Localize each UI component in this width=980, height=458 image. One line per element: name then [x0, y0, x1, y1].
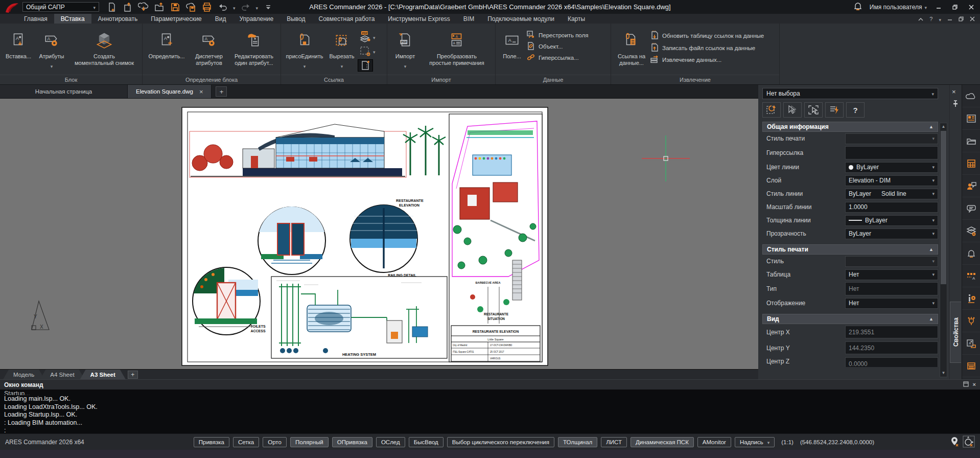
tab-manage[interactable]: Управление [233, 14, 281, 24]
undo-button[interactable] [217, 2, 228, 13]
snapshot-button[interactable]: Создать моментальный снимок [68, 26, 140, 75]
toggle-lineweight[interactable]: ТОлщинал [558, 437, 597, 447]
line-weight-select[interactable]: ByLayer [845, 215, 938, 226]
open-drawings-button[interactable] [962, 130, 980, 152]
new-file-button[interactable] [106, 2, 118, 13]
tab-express-tools[interactable]: Инструменты Express [381, 14, 457, 24]
attributes-button[interactable]: A Атрибуты [35, 26, 68, 75]
toggle-etrack[interactable]: ОСлед [376, 437, 405, 447]
add-sheet-button[interactable]: + [128, 371, 138, 379]
plugins-button[interactable] [962, 310, 980, 332]
tab-annotate[interactable]: Аннотировать [91, 14, 145, 24]
help-button[interactable]: ? [846, 102, 865, 118]
cloud-download-button[interactable] [138, 2, 149, 13]
tab-maps[interactable]: Карты [561, 14, 592, 24]
annotation-scale-select[interactable]: Надпись [735, 437, 775, 447]
clip-reference-button[interactable]: Вырезать [326, 26, 358, 75]
transparency-select[interactable]: ByLayer [845, 228, 938, 239]
news-feed-button[interactable] [962, 107, 980, 130]
undo-dropdown[interactable] [233, 3, 236, 12]
close-tab-icon[interactable]: × [199, 88, 203, 96]
help-button[interactable]: ? [929, 16, 932, 22]
comments-button[interactable] [962, 197, 980, 220]
table-select[interactable]: Нет [845, 269, 938, 280]
float-panel-icon[interactable] [963, 381, 969, 388]
geolocation-icon[interactable] [949, 436, 960, 448]
hyperlink-field[interactable] [845, 146, 938, 159]
tab-model[interactable]: Модель [3, 370, 44, 379]
doc-restore-button[interactable] [959, 14, 964, 24]
toggle-dynamic-ucs[interactable]: Динамическая ПСК [631, 437, 694, 447]
import-button[interactable]: PDF Импорт [389, 26, 421, 75]
style-select[interactable] [845, 256, 938, 267]
user-menu[interactable]: Имя пользователя [870, 4, 927, 11]
doc-minimize-button[interactable] [947, 14, 952, 24]
pdf-layers-button[interactable]: PDF [358, 31, 376, 43]
new-document-button[interactable]: + [216, 86, 227, 97]
edit-single-attribute-button[interactable]: Редактировать один атрибут... [229, 26, 278, 75]
toggle-ortho[interactable]: Орто [263, 437, 287, 447]
collapse-ribbon-button[interactable] [918, 14, 923, 24]
scrollbar-thumb[interactable] [941, 131, 946, 284]
tab-properties-vertical[interactable]: Свойства [950, 302, 961, 363]
window-select-button[interactable] [804, 102, 823, 118]
navigation-compass-icon[interactable] [963, 436, 975, 449]
section-print-style[interactable]: Стиль печати [762, 244, 938, 255]
pin-palette-icon[interactable] [952, 100, 959, 109]
toggle-quickinput[interactable]: БысВвод [409, 437, 444, 447]
minimize-button[interactable] [934, 3, 943, 12]
data-extraction-button[interactable]: Извлечение данных... [650, 55, 764, 64]
convert-annotations-button[interactable]: A_A Преобразовать простые примечания [421, 26, 493, 75]
define-block-button[interactable]: A Определить... [145, 26, 189, 75]
open-folder-button[interactable] [154, 2, 165, 13]
toggle-polar[interactable]: Полярный [290, 437, 329, 447]
object-hyperlink-button[interactable]: Объект... [526, 42, 588, 51]
rebuild-fields-button[interactable]: A Перестроить поля [526, 31, 588, 40]
help-dropdown[interactable] [939, 14, 941, 24]
attach-reference-button[interactable]: присоЕдинить [283, 26, 326, 75]
toggle-cycle-select[interactable]: Выбор циклического переключения [447, 437, 554, 447]
restore-button[interactable] [950, 3, 960, 12]
field-button[interactable]: A Поле... [498, 26, 526, 75]
open-file-button[interactable] [122, 2, 133, 13]
underlay-frame-button[interactable] [358, 45, 376, 57]
tab-elevation-square[interactable]: Elevation Square.dwg × [128, 85, 212, 98]
toggle-snap[interactable]: Привязка [194, 437, 229, 447]
tab-output[interactable]: Вывод [280, 14, 312, 24]
write-data-link-file-button[interactable]: Записать файл ссылок на данные [650, 43, 764, 53]
tab-home[interactable]: Главная [17, 14, 54, 24]
selection-filter-select[interactable]: Нет выбора [762, 88, 938, 99]
hyperlink-button[interactable]: Гиперссылка... [526, 53, 588, 62]
command-history[interactable]: Startup... Loading main.lsp... OK. Loadi… [0, 390, 980, 433]
close-palette-icon[interactable]: × [952, 88, 956, 96]
workspace-select[interactable]: Общий САПР [22, 2, 99, 12]
select-new-button[interactable] [762, 102, 781, 118]
toggle-esnap[interactable]: ОПривязка [332, 437, 372, 447]
close-button[interactable] [967, 3, 976, 12]
display-select[interactable]: Нет [845, 298, 938, 309]
quick-calculator-button[interactable] [962, 152, 980, 175]
section-view[interactable]: Вид [762, 314, 938, 324]
print-style-select[interactable] [845, 133, 938, 144]
deselect-button[interactable] [783, 102, 802, 118]
close-command-window-icon[interactable]: × [973, 381, 976, 388]
update-data-table-button[interactable]: Обновить таблицу ссылок на данные [650, 31, 764, 41]
tab-a4-sheet[interactable]: A4 Sheet [40, 370, 84, 379]
line-style-select[interactable]: ByLayerSolid line [845, 189, 938, 199]
customize-toolbar-button[interactable] [263, 2, 274, 13]
underlay-toggle-button[interactable] [358, 59, 373, 72]
line-scale-field[interactable]: 1.0000 [845, 202, 938, 213]
layer-manager-button[interactable] [962, 220, 980, 242]
doc-close-button[interactable] [970, 14, 975, 24]
notification-bell-icon[interactable] [853, 2, 862, 13]
cloud-save-button[interactable] [185, 2, 197, 13]
tab-collaborate[interactable]: Совместная работа [312, 14, 382, 24]
print-button[interactable] [201, 2, 213, 13]
toggle-grid[interactable]: Сетка [233, 437, 259, 447]
tab-insert[interactable]: ВСтавка [54, 14, 91, 24]
toggle-amonitor[interactable]: AMonitor [697, 437, 731, 447]
quick-select-button[interactable] [825, 102, 844, 118]
line-color-select[interactable]: ByLayer [845, 162, 938, 173]
insert-block-button[interactable]: A Вставка... [2, 26, 35, 75]
tab-a3-sheet[interactable]: A3 Sheet [80, 370, 126, 379]
